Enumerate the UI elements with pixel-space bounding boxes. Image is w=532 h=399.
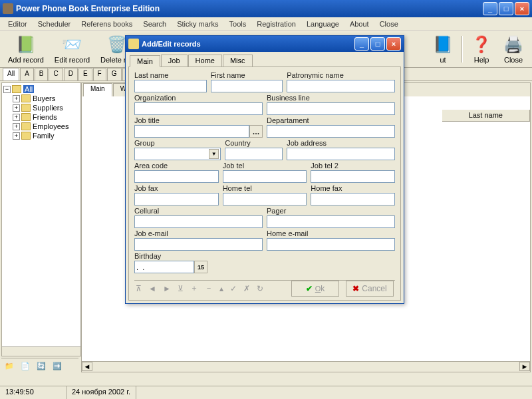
edit-record-button[interactable]: 📨Edit record: [49, 33, 95, 65]
menu-language[interactable]: Language: [301, 19, 344, 29]
scroll-left-icon[interactable]: ◄: [82, 362, 92, 371]
tree-btn-4[interactable]: ➡️: [51, 360, 64, 373]
minimize-button[interactable]: _: [483, 2, 497, 15]
grid-tab-main[interactable]: Main: [83, 83, 112, 96]
alpha-f[interactable]: F: [93, 68, 106, 80]
alpha-c[interactable]: C: [49, 68, 63, 80]
nav-prev-icon[interactable]: ◄: [148, 284, 156, 293]
expand-icon[interactable]: +: [13, 132, 20, 140]
input-home-fax[interactable]: [311, 193, 395, 205]
tab-main[interactable]: Main: [130, 55, 160, 67]
input-organization[interactable]: [134, 102, 263, 115]
menu-registration[interactable]: Registration: [251, 19, 301, 29]
input-first-name[interactable]: [211, 80, 283, 92]
expand-icon[interactable]: +: [13, 95, 20, 102]
nav-add-icon[interactable]: ＋: [190, 283, 198, 294]
ok-button[interactable]: ✔OOkk: [291, 281, 339, 297]
label-country: Country: [225, 139, 283, 147]
tree-root[interactable]: −All: [3, 84, 79, 94]
close-button[interactable]: ×: [515, 2, 529, 15]
add-record-icon: 📗: [15, 34, 37, 55]
select-group[interactable]: ▼: [134, 148, 221, 160]
maximize-button[interactable]: □: [499, 2, 513, 15]
cancel-button[interactable]: ✖Cancel: [346, 281, 394, 297]
nav-post-icon[interactable]: ✓: [230, 284, 237, 293]
birthday-calendar-button[interactable]: 15: [194, 261, 207, 273]
input-department[interactable]: [267, 125, 395, 138]
alpha-g[interactable]: G: [107, 68, 122, 80]
input-home-tel[interactable]: [223, 193, 307, 205]
menu-about[interactable]: About: [344, 19, 374, 29]
dialog-titlebar[interactable]: Add/Edit records _ □ ×: [126, 36, 404, 52]
tab-misc[interactable]: Misc: [223, 55, 253, 66]
status-bar: 13:49:50 24 ноября 2002 г.: [0, 386, 532, 399]
job-title-browse-button[interactable]: …: [249, 125, 263, 138]
nav-next-icon[interactable]: ►: [163, 284, 171, 293]
nav-cancel-icon[interactable]: ✗: [243, 284, 250, 293]
tree-suppliers[interactable]: +Suppliers: [3, 103, 79, 112]
dialog-minimize-button[interactable]: _: [354, 37, 369, 51]
ut-button[interactable]: 📘ut: [427, 33, 459, 65]
tree-scrollbar[interactable]: [2, 346, 80, 356]
input-pager[interactable]: [267, 215, 395, 228]
alpha-all[interactable]: All: [3, 68, 19, 80]
input-job-title[interactable]: [134, 125, 249, 138]
tree-friends[interactable]: +Friends: [3, 112, 79, 122]
input-area-code[interactable]: [134, 170, 219, 183]
menu-scheduler[interactable]: Scheduler: [33, 19, 76, 29]
alpha-a[interactable]: A: [20, 68, 34, 80]
nav-del-icon[interactable]: －: [205, 283, 213, 294]
nav-refresh-icon[interactable]: ↻: [257, 284, 263, 293]
menu-referens[interactable]: Referens books: [76, 19, 138, 29]
dialog-maximize-button[interactable]: □: [370, 37, 385, 51]
label-group: Group: [134, 139, 221, 147]
alpha-b[interactable]: B: [35, 68, 49, 80]
close-button-toolbar[interactable]: 🖨️Close: [497, 33, 529, 65]
scroll-right-icon[interactable]: ►: [519, 362, 530, 371]
tab-job[interactable]: Job: [161, 55, 188, 66]
grid-col-lastname[interactable]: Last name: [442, 110, 530, 121]
add-record-button[interactable]: 📗Add record: [3, 33, 49, 65]
input-job-email[interactable]: [134, 238, 263, 251]
input-patronymic[interactable]: [287, 80, 395, 92]
input-cellural[interactable]: [134, 215, 263, 228]
menu-search[interactable]: Search: [138, 19, 172, 29]
tree-btn-3[interactable]: 🔄: [35, 360, 48, 373]
expand-icon[interactable]: +: [13, 114, 20, 121]
input-job-tel2[interactable]: [311, 170, 395, 183]
input-job-fax[interactable]: [134, 193, 219, 205]
tab-home[interactable]: Home: [188, 55, 222, 66]
tree-employees[interactable]: +Employees: [3, 122, 79, 131]
dialog-close-button[interactable]: ×: [386, 37, 401, 51]
grid-scrollbar[interactable]: ◄ ►: [82, 361, 530, 372]
dialog-title: Add/Edit records: [142, 40, 353, 48]
menu-sticky[interactable]: Sticky marks: [172, 19, 223, 29]
nav-first-icon[interactable]: ⊼: [136, 284, 142, 293]
help-button[interactable]: ❓Help: [466, 33, 497, 65]
input-business-line[interactable]: [267, 102, 395, 115]
tree-btn-1[interactable]: 📁: [3, 360, 16, 373]
expand-icon[interactable]: −: [3, 86, 11, 93]
folder-icon: [21, 94, 31, 102]
menu-editor[interactable]: Editor: [3, 19, 33, 29]
menu-tools[interactable]: Tools: [224, 19, 252, 29]
tree-family[interactable]: +Family: [3, 131, 79, 140]
dialog-body: Last name First name Patronymic name Org…: [128, 66, 401, 301]
expand-icon[interactable]: +: [13, 104, 20, 112]
input-home-email[interactable]: [267, 238, 395, 251]
input-birthday[interactable]: [134, 261, 194, 273]
input-country[interactable]: [225, 148, 283, 160]
nav-last-icon[interactable]: ⊻: [178, 284, 184, 293]
chevron-down-icon[interactable]: ▼: [209, 149, 219, 159]
expand-icon[interactable]: +: [13, 123, 20, 130]
alpha-e[interactable]: E: [78, 68, 92, 80]
status-date: 24 ноября 2002 г.: [66, 386, 136, 399]
nav-edit-icon[interactable]: ▴: [219, 284, 223, 293]
input-job-tel[interactable]: [223, 170, 307, 183]
tree-buyers[interactable]: +Buyers: [3, 94, 79, 103]
input-job-address[interactable]: [287, 148, 395, 160]
tree-btn-2[interactable]: 📄: [19, 360, 32, 373]
menu-close[interactable]: Close: [374, 19, 404, 29]
alpha-d[interactable]: D: [64, 68, 78, 80]
input-last-name[interactable]: [134, 80, 207, 92]
